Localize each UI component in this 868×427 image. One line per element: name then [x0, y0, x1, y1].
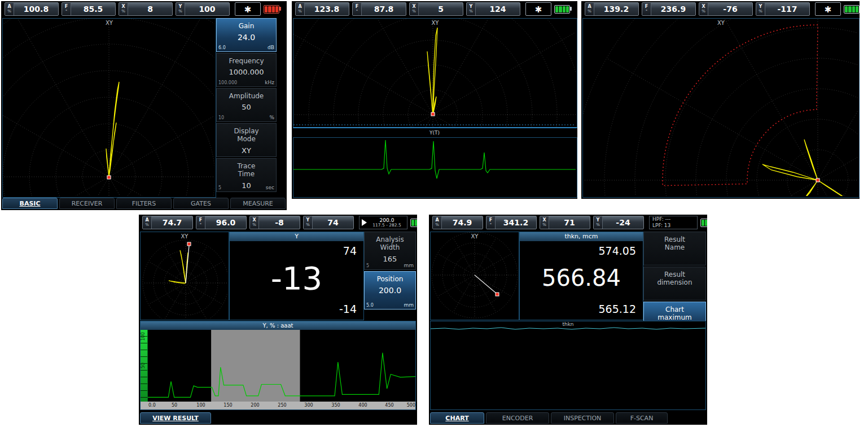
phase-label: F° — [62, 3, 71, 15]
y-axis-scale: 100 50 — [141, 330, 148, 402]
screen-xy-yt-view: A% 123.8 F° 87.8 X% 5 Y% 124 ✱ XY Y(T) — [292, 1, 577, 199]
mini-impedance-plot: XY — [430, 232, 519, 320]
menu-item-result-dimension[interactable]: Result dimension — [643, 267, 706, 300]
value-main: -13 — [271, 259, 322, 296]
tab-filters[interactable]: FILTERS — [116, 198, 172, 209]
x-label: X% — [699, 3, 708, 15]
status-bar: A% 74.9 F° 341.2 X% 71 Y% -24 HPF: --- L… — [429, 215, 707, 230]
tab-bar: BASIC RECEIVER FILTERS GATES MEASURE — [2, 198, 286, 209]
readout-amplitude: A% 139.2 — [585, 2, 639, 16]
readout-x: X% 71 — [540, 216, 590, 229]
x-value: 71 — [549, 216, 590, 229]
phase-value: 96.0 — [205, 216, 246, 229]
alarm-sector-plot: XY — [582, 18, 860, 198]
y-label: Y% — [467, 3, 476, 15]
screen-thickness-chart: A% 74.9 F° 341.2 X% 71 Y% -24 HPF: --- L… — [429, 215, 707, 425]
readout-phase: F° 236.9 — [642, 2, 696, 16]
screen-basic-settings: A% 100.8 F° 85.5 X% 8 Y% 100 ✱ XY Gain 2… — [1, 1, 287, 210]
value-panel-title: Y — [230, 232, 363, 241]
tab-inspection[interactable]: INSPECTION — [551, 412, 614, 424]
amplitude-label: A% — [5, 3, 14, 15]
menu-item-trace-time[interactable]: Trace Time 10 5 sec — [216, 158, 277, 192]
readout-y: Y% 74 — [303, 216, 354, 229]
tab-basic[interactable]: BASIC — [2, 198, 58, 209]
x-axis: 0.0 50 100 150 200 250 300 350 400 450 5… — [141, 402, 415, 409]
amplitude-trace-plot — [148, 330, 415, 402]
phase-value: 87.8 — [362, 3, 406, 15]
y-value: 100 — [185, 3, 229, 15]
x-value: 8 — [128, 3, 172, 15]
amplitude-value: 123.8 — [305, 3, 349, 15]
value-panel-title: thkn, mcm — [520, 232, 643, 241]
x-value: -8 — [259, 216, 300, 229]
asterisk-button[interactable]: ✱ — [525, 2, 551, 16]
mini-impedance-plot: XY — [140, 232, 229, 320]
x-label: X% — [410, 3, 419, 15]
readout-y: Y% -24 — [593, 216, 644, 229]
settings-menu: Gain 24.0 6.0 dB Frequency 1000.000 100.… — [216, 18, 277, 192]
y-label: Y% — [304, 216, 313, 229]
readout-amplitude: A% 74.9 — [432, 216, 483, 229]
lpf-value: LPF: 13 — [652, 223, 697, 229]
x-label: X% — [119, 3, 128, 15]
amplitude-label: A% — [143, 216, 152, 229]
yt-trace-plot — [293, 137, 577, 198]
x-value: -76 — [708, 3, 752, 15]
battery-icon — [554, 5, 570, 14]
readout-phase: F° 87.8 — [352, 2, 406, 16]
y-value: -117 — [765, 3, 809, 15]
tab-measure[interactable]: MEASURE — [230, 198, 286, 209]
tab-view-result[interactable]: VIEW RESULT — [140, 412, 211, 424]
tab-encoder[interactable]: ENCODER — [486, 412, 549, 424]
menu-item-frequency[interactable]: Frequency 1000.000 100.000 kHz — [216, 53, 277, 87]
play-icon — [362, 219, 367, 226]
thickness-trend-strip: thkn — [430, 321, 706, 410]
readout-x: X% 8 — [119, 2, 173, 16]
y-value: -24 — [603, 216, 643, 229]
readout-x: X% -76 — [699, 2, 753, 16]
measurement-value-panel: Y 74 -13 -14 — [229, 232, 364, 320]
tab-chart[interactable]: CHART — [430, 412, 484, 424]
tab-gates[interactable]: GATES — [173, 198, 229, 209]
tab-receiver[interactable]: RECEIVER — [59, 198, 115, 209]
readout-amplitude: A% 74.7 — [142, 216, 193, 229]
strip-chart: Y, % : aaat 100 50 0.0 50 100 150 200 25… — [140, 321, 416, 410]
status-bar: A% 139.2 F° 236.9 X% -76 Y% -117 ✱ — [581, 1, 860, 17]
asterisk-button[interactable]: ✱ — [235, 2, 261, 16]
strip-chart-title: thkn — [431, 321, 705, 327]
readout-phase: F° 341.2 — [486, 216, 537, 229]
thickness-value-panel: thkn, mcm 574.05 566.84 565.12 — [519, 232, 643, 320]
analysis-menu: Analysis Width 165 5 mm Position 200.0 5… — [364, 232, 416, 310]
menu-item-display-mode[interactable]: Display Mode XY — [216, 123, 277, 157]
value-max: 574.05 — [599, 245, 636, 257]
amplitude-value: 100.8 — [14, 3, 58, 15]
screen-view-result: A% 74.7 F° 96.0 X% -8 Y% 74 200.0 117.5 … — [139, 215, 417, 425]
menu-item-result-name[interactable]: Result Name — [643, 232, 706, 265]
tab-bar: VIEW RESULT — [140, 412, 416, 424]
amplitude-label: A% — [585, 3, 594, 15]
phase-label: F° — [486, 216, 496, 229]
screen-alarm-sector-view: A% 139.2 F° 236.9 X% -76 Y% -117 ✱ XY — [581, 1, 860, 199]
y-label: Y% — [176, 3, 185, 15]
tab-f-scan[interactable]: F-SCAN — [616, 412, 668, 424]
playback-position-indicator[interactable]: 200.0 117.5 - 282.5 — [359, 216, 407, 229]
tab-bar: CHART ENCODER INSPECTION F-SCAN — [430, 412, 706, 424]
hpf-value: HPF: --- — [652, 216, 697, 223]
filter-settings-box: HPF: --- LPF: 13 — [649, 216, 698, 229]
y-value: 124 — [476, 3, 520, 15]
readout-x: X% -8 — [249, 216, 300, 229]
phase-value: 85.5 — [71, 3, 115, 15]
menu-item-analysis-width[interactable]: Analysis Width 165 5 mm — [364, 232, 416, 270]
menu-item-position[interactable]: Position 200.0 5.0 mm — [364, 271, 416, 310]
readout-phase: F° 96.0 — [196, 216, 247, 229]
y-value: 74 — [313, 216, 353, 229]
amplitude-label: A% — [296, 3, 305, 15]
menu-item-amplitude[interactable]: Amplitude 50 10 % — [216, 88, 277, 122]
asterisk-button[interactable]: ✱ — [815, 2, 841, 16]
menu-item-gain[interactable]: Gain 24.0 6.0 dB — [216, 18, 277, 52]
status-bar: A% 74.7 F° 96.0 X% -8 Y% 74 200.0 117.5 … — [139, 215, 417, 230]
phase-label: F° — [196, 216, 205, 229]
impedance-plane-plot: XY — [2, 18, 216, 198]
phase-value: 341.2 — [496, 216, 536, 229]
value-min: 565.12 — [599, 303, 636, 315]
